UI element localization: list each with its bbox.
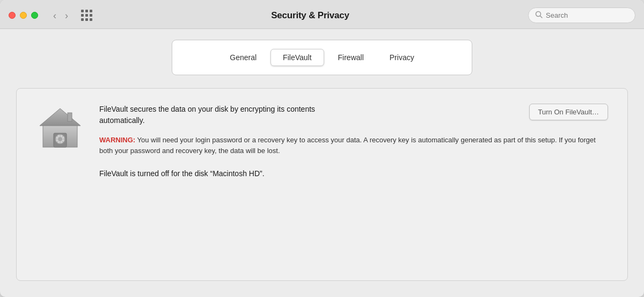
- minimize-button[interactable]: [20, 12, 27, 19]
- svg-line-1: [540, 16, 543, 18]
- filevault-status: FileVault is turned off for the disk “Ma…: [99, 169, 608, 178]
- svg-point-11: [58, 137, 62, 141]
- close-button[interactable]: [9, 12, 16, 19]
- apps-grid-icon[interactable]: [81, 10, 92, 21]
- warning-text: WARNING: You will need your login passwo…: [99, 135, 608, 156]
- titlebar: ‹ › Security & Privacy: [0, 0, 644, 29]
- tab-firewall[interactable]: Firewall: [326, 49, 376, 66]
- maximize-button[interactable]: [31, 12, 38, 19]
- tab-general[interactable]: General: [218, 49, 268, 66]
- tab-panel: General FileVault Firewall Privacy: [172, 40, 472, 75]
- filevault-content: FileVault secures the data on your disk …: [99, 104, 608, 178]
- tab-privacy[interactable]: Privacy: [378, 49, 426, 66]
- svg-marker-2: [40, 108, 80, 126]
- filevault-top: FileVault secures the data on your disk …: [99, 104, 608, 126]
- warning-label: WARNING:: [99, 136, 135, 144]
- warning-detail: You will need your login password or a r…: [99, 136, 596, 155]
- main-panel: FileVault secures the data on your disk …: [16, 88, 628, 281]
- forward-button[interactable]: ›: [62, 10, 71, 21]
- traffic-lights: [9, 12, 38, 19]
- filevault-description: FileVault secures the data on your disk …: [99, 104, 346, 126]
- back-button[interactable]: ‹: [50, 10, 60, 21]
- turn-on-filevault-button[interactable]: Turn On FileVault…: [529, 104, 608, 120]
- content-area: General FileVault Firewall Privacy: [0, 29, 644, 297]
- search-icon: [535, 11, 543, 20]
- search-input[interactable]: [546, 11, 628, 19]
- tab-filevault[interactable]: FileVault: [270, 49, 324, 66]
- nav-buttons: ‹ ›: [50, 10, 71, 21]
- page-title: Security & Privacy: [99, 10, 522, 21]
- filevault-icon: [36, 104, 84, 152]
- main-window: ‹ › Security & Privacy: [0, 0, 644, 297]
- search-box[interactable]: [528, 8, 635, 23]
- svg-rect-3: [68, 113, 72, 121]
